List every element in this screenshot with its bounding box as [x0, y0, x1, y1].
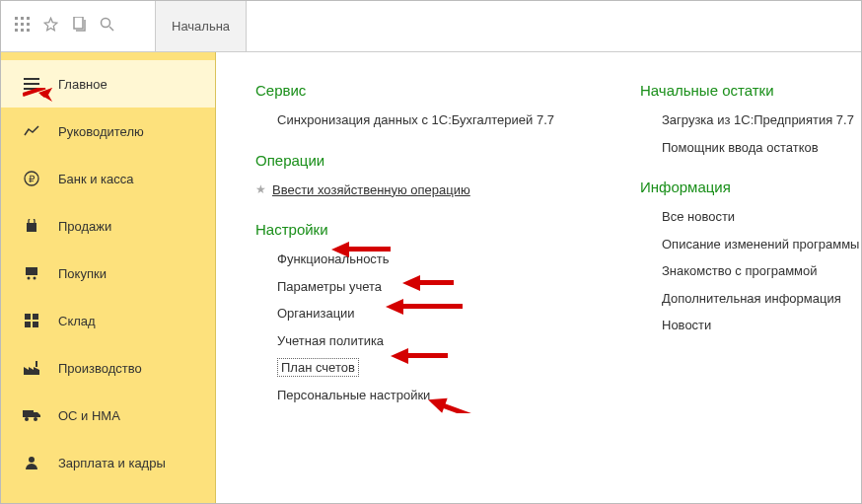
svg-rect-3 — [15, 23, 18, 26]
factory-icon — [23, 361, 40, 375]
svg-rect-17 — [27, 223, 36, 232]
topbar: Начальна — [1, 1, 861, 52]
sidebar-item-label: Продажи — [58, 219, 111, 234]
link-label: План счетов — [277, 358, 359, 377]
sidebar-item-purchases[interactable]: Покупки — [1, 250, 215, 297]
sidebar-item-label: Главное — [58, 77, 108, 92]
svg-point-29 — [29, 457, 35, 463]
truck-icon — [23, 409, 40, 421]
main: Главное Руководителю ₽ Банк и касса Прод… — [1, 52, 861, 503]
section-operations: Операции ★ Ввести хозяйственную операцию — [255, 152, 581, 200]
sidebar-item-payroll[interactable]: Зарплата и кадры — [1, 439, 215, 486]
svg-point-10 — [102, 19, 110, 28]
svg-rect-21 — [25, 314, 31, 320]
link-balance-assistant[interactable]: Помощник ввода остатков — [662, 138, 859, 158]
star-icon: ★ — [255, 180, 266, 198]
svg-rect-26 — [23, 410, 34, 417]
chart-line-icon — [23, 125, 40, 137]
svg-rect-13 — [24, 83, 39, 85]
section-service: Сервис Синхронизация данных с 1С:Бухгалт… — [255, 82, 581, 130]
person-icon — [23, 456, 40, 469]
sidebar: Главное Руководителю ₽ Банк и касса Прод… — [1, 52, 216, 503]
sidebar-item-label: Руководителю — [58, 124, 144, 139]
svg-rect-9 — [74, 17, 83, 29]
link-personal-settings[interactable]: Персональные настройки — [277, 386, 581, 405]
sidebar-item-bank[interactable]: ₽ Банк и касса — [1, 155, 215, 202]
link-accounting-params[interactable]: Параметры учета — [277, 277, 581, 297]
sidebar-item-label: Склад — [58, 314, 96, 328]
link-news[interactable]: Новости — [662, 316, 859, 335]
sidebar-item-production[interactable]: Производство — [1, 344, 215, 392]
svg-rect-24 — [33, 322, 38, 327]
link-organizations[interactable]: Организации — [277, 304, 581, 324]
link-getting-started[interactable]: Знакомство с программой — [662, 261, 859, 281]
sidebar-item-main[interactable]: Главное — [1, 60, 215, 108]
hamburger-icon — [23, 78, 40, 90]
link-chart-of-accounts[interactable]: План счетов — [277, 358, 581, 378]
section-title: Операции — [255, 152, 581, 169]
svg-rect-14 — [24, 88, 39, 90]
svg-rect-7 — [21, 29, 24, 32]
search-icon[interactable] — [100, 17, 114, 36]
svg-line-11 — [109, 27, 113, 31]
section-info: Информация Все новости Описание изменени… — [640, 179, 859, 335]
sidebar-item-label: ОС и НМА — [58, 408, 120, 423]
sidebar-item-assets[interactable]: ОС и НМА — [1, 392, 215, 439]
svg-text:₽: ₽ — [29, 174, 36, 184]
svg-rect-2 — [27, 17, 30, 20]
link-enter-operation[interactable]: ★ Ввести хозяйственную операцию — [255, 180, 581, 200]
sidebar-item-label: Покупки — [58, 266, 107, 281]
svg-rect-5 — [27, 23, 30, 26]
svg-rect-4 — [21, 23, 24, 26]
link-sync-1c77[interactable]: Синхронизация данных с 1С:Бухгалтерией 7… — [277, 110, 581, 130]
link-load-from-1c77[interactable]: Загрузка из 1С:Предприятия 7.7 — [662, 110, 859, 130]
svg-rect-1 — [21, 17, 24, 20]
section-title: Сервис — [255, 82, 581, 99]
link-functionality[interactable]: Функциональность — [277, 250, 581, 269]
link-all-news[interactable]: Все новости — [662, 207, 859, 227]
section-balances: Начальные остатки Загрузка из 1С:Предпри… — [640, 82, 859, 157]
svg-rect-12 — [24, 78, 39, 80]
svg-point-20 — [34, 277, 36, 280]
link-accounting-policy[interactable]: Учетная политика — [277, 331, 581, 351]
sidebar-item-label: Производство — [58, 361, 142, 376]
svg-rect-22 — [33, 314, 38, 320]
svg-point-27 — [25, 417, 29, 421]
sidebar-item-label: Банк и касса — [58, 172, 134, 186]
svg-rect-18 — [26, 267, 37, 275]
clipboard-icon[interactable] — [72, 17, 86, 36]
section-settings: Настройки Функциональность Параметры уче… — [255, 221, 581, 404]
sidebar-item-sales[interactable]: Продажи — [1, 202, 215, 250]
column-right: Начальные остатки Загрузка из 1С:Предпри… — [640, 82, 859, 503]
sidebar-item-label: Зарплата и кадры — [58, 456, 166, 470]
ruble-icon: ₽ — [23, 171, 40, 186]
topbar-icons — [1, 1, 155, 51]
boxes-icon — [23, 314, 40, 327]
link-changelog[interactable]: Описание изменений программы — [662, 235, 859, 254]
link-label: Ввести хозяйственную операцию — [272, 180, 470, 200]
section-title: Настройки — [255, 221, 581, 238]
section-title: Начальные остатки — [640, 82, 859, 99]
content-panel: Сервис Синхронизация данных с 1С:Бухгалт… — [216, 52, 861, 503]
sidebar-item-manager[interactable]: Руководителю — [1, 108, 215, 155]
svg-rect-23 — [25, 322, 31, 327]
column-left: Сервис Синхронизация данных с 1С:Бухгалт… — [255, 82, 581, 503]
apps-grid-icon[interactable] — [15, 17, 30, 36]
link-additional-info[interactable]: Дополнительная информация — [662, 289, 859, 309]
sidebar-item-warehouse[interactable]: Склад — [1, 297, 215, 344]
svg-point-28 — [34, 417, 37, 421]
svg-rect-25 — [36, 361, 37, 367]
tab-label: Начальна — [172, 19, 230, 34]
svg-rect-6 — [15, 29, 18, 32]
tab-home[interactable]: Начальна — [155, 1, 247, 51]
section-title: Информация — [640, 179, 859, 195]
svg-rect-8 — [27, 29, 30, 32]
svg-point-19 — [28, 277, 31, 280]
star-icon[interactable] — [43, 17, 58, 36]
bag-icon — [23, 219, 40, 233]
cart-icon — [23, 266, 40, 280]
svg-rect-0 — [15, 17, 18, 20]
